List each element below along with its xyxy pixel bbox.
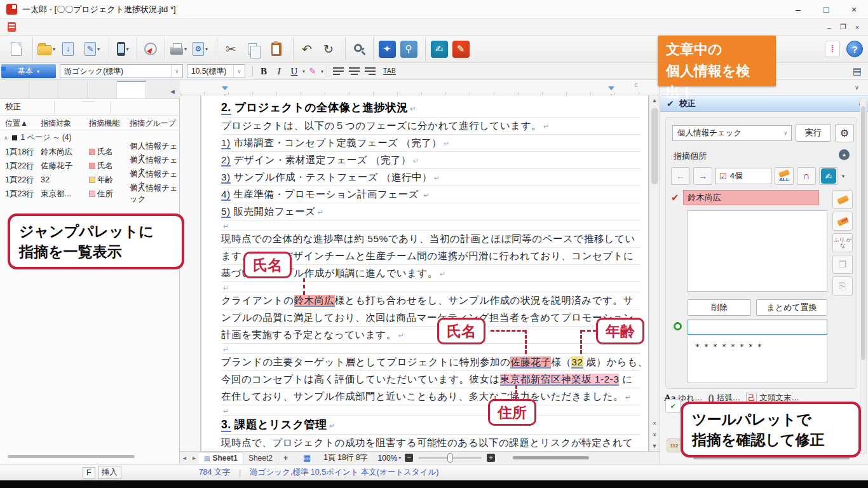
column-target[interactable]: 指摘対象: [41, 118, 89, 129]
scroll-up-icon[interactable]: ▲: [652, 95, 658, 105]
dropdown-arrow-icon[interactable]: ▾: [842, 173, 844, 179]
finding-next-button[interactable]: [39, 101, 51, 114]
first-finding-button[interactable]: [82, 101, 95, 114]
insert-mode-indicator[interactable]: 挿入: [98, 466, 121, 479]
run-check-button[interactable]: 実行: [796, 124, 831, 142]
menu-view[interactable]: [65, 19, 87, 36]
personal-info-list-icon[interactable]: ⁞: [825, 41, 840, 57]
add-sheet-button[interactable]: +: [278, 454, 293, 463]
menu-tools[interactable]: [152, 19, 173, 36]
zoom-level[interactable]: 100%: [378, 454, 398, 463]
candidate-item[interactable]: ＊＊＊＊＊＊＊＊: [693, 342, 764, 351]
undo-button[interactable]: ↶ ▾: [293, 37, 316, 60]
assist-bubble-button[interactable]: ✍: [819, 167, 838, 185]
zoom-slider[interactable]: [418, 457, 482, 459]
menu-border[interactable]: [130, 19, 152, 36]
dropdown-arrow-icon[interactable]: ▾: [321, 69, 323, 74]
zoom-out-button[interactable]: −: [405, 454, 413, 462]
erase-all-marks-button[interactable]: ALL: [775, 167, 794, 185]
tab-stop-marker[interactable]: [608, 86, 614, 93]
bold-button[interactable]: B: [256, 64, 271, 78]
vertical-scrollbar[interactable]: [860, 98, 867, 454]
italic-button[interactable]: I: [271, 64, 287, 78]
mdi-restore-button[interactable]: ❐: [836, 21, 850, 34]
jp-tab-palette[interactable]: [0, 81, 29, 98]
document-check-icon[interactable]: ✔: [665, 399, 681, 413]
jp-tab-proofread[interactable]: [117, 81, 146, 98]
font-size-select[interactable]: 10.5(標準) ∨: [187, 64, 245, 78]
candidate-list[interactable]: ＊＊＊＊＊＊＊＊: [688, 336, 827, 383]
menu-insert[interactable]: [87, 19, 109, 36]
collapse-group-icon[interactable]: ∧: [4, 135, 8, 141]
character-count-icon[interactable]: 112: [667, 438, 682, 452]
chevron-down-icon[interactable]: ∨: [855, 84, 859, 91]
horizontal-scrollbar-thumb[interactable]: [513, 456, 589, 459]
open-folder-button[interactable]: ▾: [32, 37, 55, 60]
page-layout-icon[interactable]: ▦: [303, 453, 311, 463]
column-function[interactable]: 指摘機能: [89, 118, 130, 129]
replace-all-button[interactable]: まとめて置換: [756, 299, 827, 316]
menu-addin[interactable]: [217, 19, 238, 36]
marker-pen-button[interactable]: ✎ ▾: [449, 37, 472, 60]
redo-correct-button[interactable]: [67, 101, 79, 114]
menu-format[interactable]: [109, 19, 130, 36]
finding-prev-button[interactable]: [26, 101, 39, 114]
eraser-all-button[interactable]: [832, 212, 853, 231]
magnet-icon[interactable]: ∩: [797, 167, 816, 185]
dropdown-arrow-icon[interactable]: ▾: [184, 46, 187, 52]
dropdown-arrow-icon[interactable]: ▾: [205, 46, 208, 52]
paste-clipboard-button[interactable]: ▾: [265, 37, 288, 60]
scrollbar-thumb[interactable]: [861, 106, 865, 360]
furigana-button[interactable]: ふり がな: [832, 233, 853, 252]
jp-tab-outline[interactable]: [58, 81, 88, 98]
column-position[interactable]: 位置▲: [0, 118, 41, 129]
zoom-slider-thumb[interactable]: [447, 453, 453, 463]
dropdown-arrow-icon[interactable]: ▾: [97, 46, 100, 52]
eraser-button[interactable]: [832, 190, 853, 209]
help-button[interactable]: ?: [846, 41, 863, 57]
print-settings-button[interactable]: ⚙ ▾: [189, 37, 212, 60]
last-finding-button[interactable]: [95, 101, 107, 114]
align-left-button[interactable]: [333, 67, 344, 76]
finding-row[interactable]: 1頁23行 東京都... 住所 個人情報チェック: [0, 187, 180, 201]
send-word-button[interactable]: ⎘: [832, 276, 853, 295]
menu-window[interactable]: [173, 19, 195, 36]
next-finding-button[interactable]: →: [693, 167, 712, 185]
register-word-button[interactable]: ❐: [832, 255, 853, 274]
align-right-button[interactable]: [365, 67, 376, 76]
check-type-select[interactable]: 個人情報チェック ∨: [672, 125, 792, 141]
maximize-button[interactable]: □: [812, 0, 840, 18]
save-as-edit-button[interactable]: ✎ ▾: [81, 37, 104, 60]
align-center-button[interactable]: [349, 67, 360, 76]
minimize-button[interactable]: –: [784, 0, 812, 18]
column-group[interactable]: 指摘グループ: [130, 118, 176, 129]
next-page-button[interactable]: »: [651, 433, 658, 437]
just-tools-button[interactable]: ✦ ▾: [373, 37, 396, 60]
collapse-list-button[interactable]: [110, 101, 123, 114]
print-button[interactable]: ▾: [165, 37, 187, 60]
new-document-button[interactable]: ▾: [4, 37, 27, 60]
chevron-down-icon[interactable]: ∨: [171, 65, 182, 78]
style-set-button[interactable]: 基本 ▾: [1, 64, 56, 78]
sheet-tab-2[interactable]: Sheet2: [243, 452, 278, 464]
proofread-assist-button[interactable]: ✍ ▾: [425, 37, 448, 60]
sheet-prev-icon[interactable]: ◂: [180, 454, 189, 461]
navigation-compass-button[interactable]: ▾: [137, 37, 159, 60]
cut-button[interactable]: ✂ ▾: [217, 37, 240, 60]
replacement-input[interactable]: [688, 320, 827, 335]
tab-stop-marker[interactable]: [222, 86, 228, 93]
palette-toggle-icon[interactable]: ▤: [853, 65, 862, 77]
scroll-down-icon[interactable]: ▼: [652, 441, 658, 451]
finding-text-field[interactable]: 鈴木尚広: [683, 190, 819, 205]
tab-ruler-button[interactable]: TAB: [383, 67, 396, 75]
mdi-close-button[interactable]: ×: [850, 21, 864, 34]
vertical-scrollbar[interactable]: ▲ « » ▼: [649, 95, 660, 451]
menu-just-pdf-6[interactable]: [238, 19, 260, 36]
input-mode-indicator[interactable]: F: [83, 467, 95, 478]
search-button[interactable]: ▾: [345, 37, 368, 60]
voice-input-button[interactable]: ⚲ ▾: [397, 37, 420, 60]
sheet-next-icon[interactable]: ▸: [189, 454, 199, 461]
save-button[interactable]: ↓ ▾: [57, 37, 79, 60]
jp-tab-search[interactable]: [29, 81, 58, 98]
previous-finding-button[interactable]: ←: [671, 167, 690, 185]
